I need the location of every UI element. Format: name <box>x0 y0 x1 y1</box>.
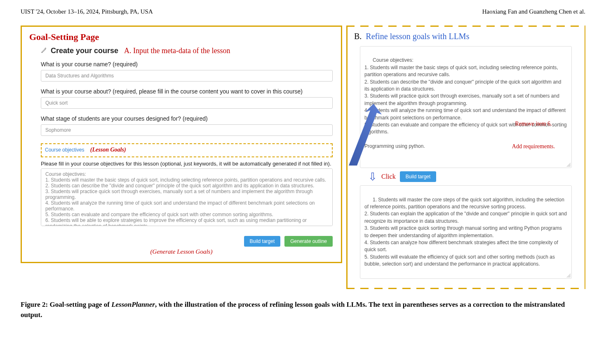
generate-outline-button[interactable]: Generate outline <box>284 236 333 247</box>
panel-a-letter: A. <box>124 47 132 55</box>
build-target-button[interactable]: Build target <box>244 236 281 247</box>
figure-caption: Figure 2: Goal-setting page of LessonPla… <box>21 300 585 320</box>
student-stage-input[interactable] <box>41 124 333 136</box>
edit-annotation: Remove item 6. Add requirements. <box>512 105 555 166</box>
button-row: Build target Generate outline <box>41 236 333 247</box>
panel-b: B. Refine lesson goals with LLMs Course … <box>346 26 585 289</box>
objectives-after-box[interactable]: 1. Students will master the core steps o… <box>360 185 572 279</box>
anno-add: Add requirements. <box>512 143 555 150</box>
pencil-icon <box>41 47 47 55</box>
objectives-box: Course objectives (Lesson Goals) <box>41 143 333 157</box>
course-about-input[interactable] <box>41 97 333 109</box>
page-header: UIST '24, October 13–16, 2024, Pittsburg… <box>21 8 585 15</box>
svg-marker-0 <box>349 104 382 166</box>
objectives-header-note: (Lesson Goals) <box>90 147 126 153</box>
anno-remove: Remove item 6. <box>512 120 555 128</box>
objectives-header: Course objectives <box>45 147 84 153</box>
panel-a-title: Goal-Setting Page <box>29 32 334 42</box>
click-label: Click <box>381 173 396 180</box>
create-course-row: Create your course A. Input the meta-dat… <box>41 47 334 55</box>
q3-label: What stage of students are your courses … <box>41 115 334 122</box>
figure-container: Goal-Setting Page Create your course A. … <box>21 26 585 289</box>
generate-note: (Generate Lesson Goals) <box>29 248 334 255</box>
create-course-label: Create your course <box>51 47 118 55</box>
caption-prefix: Figure 2: Goal-setting page of <box>21 301 111 308</box>
header-left: UIST '24, October 13–16, 2024, Pittsburg… <box>21 8 153 15</box>
build-target-button-b[interactable]: Build target <box>400 171 437 182</box>
panel-a-subtext: Input the meta-data of the lesson <box>133 47 230 55</box>
q2-label: What is your course about? (required, pl… <box>41 88 334 95</box>
panel-b-title: B. Refine lesson goals with LLMs <box>354 32 578 41</box>
objectives-instruction: Please fill in your course objectives fo… <box>41 161 334 167</box>
objectives-textarea[interactable]: Course objectives: 1. Students will mast… <box>41 168 333 226</box>
panel-b-subtext: Refine lesson goals with LLMs <box>366 32 469 41</box>
course-name-input[interactable] <box>41 70 333 82</box>
objectives-after-text: 1. Students will master the core steps o… <box>364 197 568 267</box>
click-row: ⇩ Click Build target <box>368 171 578 182</box>
q1-label: What is your course name? (required) <box>41 61 334 68</box>
objectives-before-box[interactable]: Course objectives: 1. Students will mast… <box>360 46 572 168</box>
caption-italic: LessonPlanner <box>111 301 155 308</box>
flow-arrow-icon <box>345 104 382 170</box>
panel-b-letter: B. <box>354 32 362 41</box>
panel-a: Goal-Setting Page Create your course A. … <box>21 26 342 263</box>
down-arrow-icon: ⇩ <box>368 171 377 182</box>
panel-a-subtitle: A. Input the meta-data of the lesson <box>124 47 230 55</box>
header-right: Haoxiang Fan and Guanzheng Chen et al. <box>482 8 585 15</box>
